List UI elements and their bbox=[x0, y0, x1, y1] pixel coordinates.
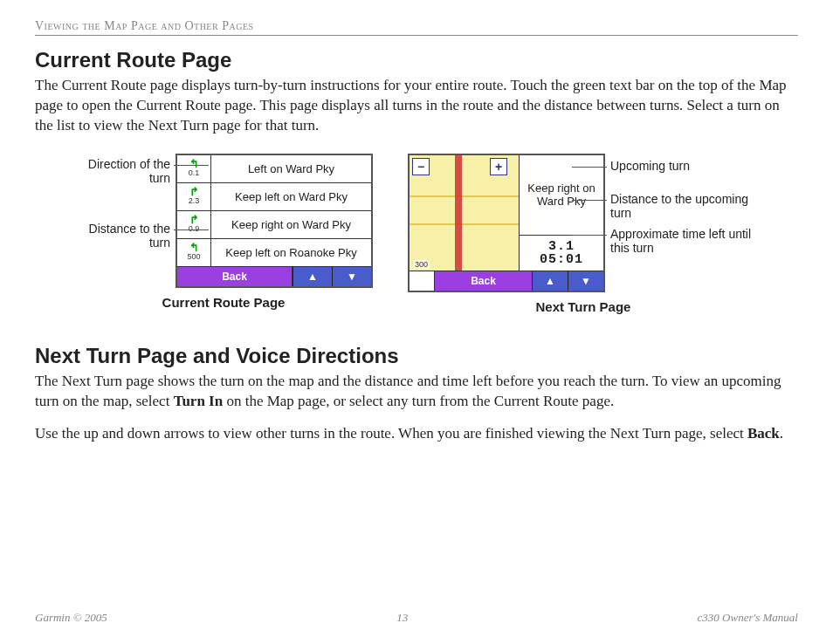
turn-instruction: Keep right on Ward Pky bbox=[211, 218, 371, 231]
heading-current-route: Current Route Page bbox=[35, 48, 798, 72]
scroll-up-button[interactable]: ▲ bbox=[293, 267, 332, 286]
turn-instruction: Left on Ward Pky bbox=[211, 162, 371, 175]
footer-page-number: 13 bbox=[396, 611, 408, 625]
page-footer: Garmin © 2005 13 c330 Owner's Manual bbox=[35, 611, 798, 625]
turn-row[interactable]: ↰0.1 Left on Ward Pky bbox=[177, 155, 371, 183]
turn-arrow-icon: ↱ bbox=[189, 216, 199, 224]
figure-caption: Next Turn Page bbox=[536, 299, 631, 314]
running-head: Viewing the Map Page and Other Pages bbox=[35, 19, 798, 36]
distance-to-turn: 3.1 bbox=[548, 240, 575, 253]
para-next-turn-1: The Next Turn page shows the turn on the… bbox=[35, 372, 798, 412]
para-next-turn-2: Use the up and down arrows to view other… bbox=[35, 424, 798, 444]
map-panel[interactable]: − + 300 bbox=[410, 155, 520, 271]
gps-screen-next-turn: − + 300 Keep right on Ward Pky 3.1 05:01 bbox=[408, 154, 605, 292]
scroll-down-button[interactable]: ▼ bbox=[332, 267, 371, 286]
map-scale: 300 bbox=[413, 260, 430, 269]
turn-row[interactable]: ↱2.3 Keep left on Ward Pky bbox=[177, 183, 371, 211]
turn-arrow-icon: ↱ bbox=[189, 188, 199, 196]
back-button[interactable]: Back bbox=[177, 267, 293, 286]
figures-row: Direction of the turn Distance to the tu… bbox=[35, 154, 798, 314]
zoom-in-button[interactable]: + bbox=[490, 158, 507, 175]
footer-left: Garmin © 2005 bbox=[35, 611, 107, 625]
turn-instruction: Keep left on Ward Pky bbox=[211, 190, 371, 203]
footer-right: c330 Owner's Manual bbox=[698, 611, 798, 625]
turn-instruction: Keep left on Roanoke Pky bbox=[211, 246, 371, 259]
figure-next-turn: − + 300 Keep right on Ward Pky 3.1 05:01 bbox=[408, 154, 759, 314]
zoom-out-button[interactable]: − bbox=[412, 158, 430, 175]
callout-distance-upcoming: Distance to the upcoming turn bbox=[610, 192, 759, 220]
figure-caption: Current Route Page bbox=[162, 295, 286, 310]
callout-distance-to-turn: Distance to the turn bbox=[74, 222, 170, 250]
para-current-route: The Current Route page displays turn-by-… bbox=[35, 76, 798, 136]
callout-direction-of-turn: Direction of the turn bbox=[74, 157, 170, 185]
back-button[interactable]: Back bbox=[435, 271, 532, 291]
turn-row[interactable]: ↱0.9 Keep right on Ward Pky bbox=[177, 211, 371, 239]
turn-metrics: 3.1 05:01 bbox=[520, 236, 603, 271]
figure-current-route: Direction of the turn Distance to the tu… bbox=[74, 154, 373, 314]
scroll-down-button[interactable]: ▼ bbox=[568, 271, 603, 291]
turn-arrow-icon: ↰ bbox=[189, 243, 199, 252]
gps-screen-current-route: ↰0.1 Left on Ward Pky ↱2.3 Keep left on … bbox=[176, 154, 373, 288]
callout-time-left: Approximate time left until this turn bbox=[610, 227, 759, 255]
scroll-up-button[interactable]: ▲ bbox=[532, 271, 568, 291]
callout-upcoming-turn: Upcoming turn bbox=[610, 159, 759, 173]
heading-next-turn: Next Turn Page and Voice Directions bbox=[35, 344, 798, 368]
time-to-turn: 05:01 bbox=[540, 253, 583, 266]
turn-row[interactable]: ↰500 Keep left on Roanoke Pky bbox=[177, 239, 371, 267]
